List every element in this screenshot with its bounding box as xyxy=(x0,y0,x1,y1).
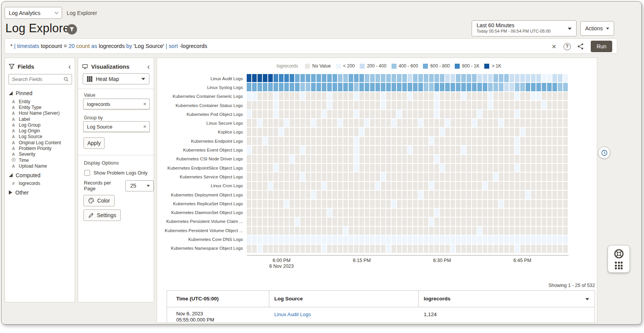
heatmap-cell[interactable] xyxy=(429,83,434,91)
heatmap-cell[interactable] xyxy=(257,209,262,217)
heatmap-cell[interactable] xyxy=(563,83,568,91)
heatmap-cell[interactable] xyxy=(295,236,300,244)
heatmap-cell[interactable] xyxy=(359,182,364,190)
heatmap-cell[interactable] xyxy=(386,164,391,172)
heatmap-cell[interactable] xyxy=(247,119,251,127)
chart-type-select[interactable]: Heat Map xyxy=(83,73,149,84)
heatmap-cell[interactable] xyxy=(263,74,267,82)
heatmap-cell[interactable] xyxy=(483,146,487,154)
heatmap-cell[interactable] xyxy=(252,173,257,181)
heatmap-cell[interactable] xyxy=(467,236,471,244)
heatmap-cell[interactable] xyxy=(343,218,348,226)
heatmap-cell[interactable] xyxy=(547,74,552,82)
heatmap-cell[interactable] xyxy=(402,74,407,82)
heatmap-cell[interactable] xyxy=(311,173,316,181)
heatmap-cell[interactable] xyxy=(542,182,546,190)
heatmap-cell[interactable] xyxy=(375,200,380,208)
heatmap-cell[interactable] xyxy=(284,164,289,172)
heatmap-cell[interactable] xyxy=(284,191,289,199)
heatmap-cell[interactable] xyxy=(504,164,509,172)
heatmap-cell[interactable] xyxy=(247,101,251,109)
heatmap-cell[interactable] xyxy=(295,128,300,136)
heatmap-cell[interactable] xyxy=(392,128,396,136)
heatmap-cell[interactable] xyxy=(365,110,369,118)
heatmap-cell[interactable] xyxy=(359,128,364,136)
heatmap-cell[interactable] xyxy=(354,119,359,127)
heatmap-cell[interactable] xyxy=(558,209,562,217)
heatmap-cell[interactable] xyxy=(558,191,562,199)
heatmap-cell[interactable] xyxy=(429,191,434,199)
heatmap-cell[interactable] xyxy=(333,83,337,91)
heatmap-cell[interactable] xyxy=(563,128,568,136)
heatmap-cell[interactable] xyxy=(542,227,546,235)
heatmap-cell[interactable] xyxy=(274,74,278,82)
heatmap-cell[interactable] xyxy=(424,182,428,190)
heatmap-cell[interactable] xyxy=(504,119,509,127)
heatmap-cell[interactable] xyxy=(504,92,509,100)
heatmap-cell[interactable] xyxy=(563,182,568,190)
heatmap-cell[interactable] xyxy=(322,209,326,217)
heatmap-cell[interactable] xyxy=(510,218,514,226)
heatmap-cell[interactable] xyxy=(284,173,289,181)
heatmap-cell[interactable] xyxy=(526,155,530,163)
heatmap-cell[interactable] xyxy=(504,173,509,181)
heatmap-cell[interactable] xyxy=(451,119,455,127)
heatmap-cell[interactable] xyxy=(408,110,412,118)
heatmap-cell[interactable] xyxy=(311,182,316,190)
heatmap-cell[interactable] xyxy=(515,182,519,190)
heatmap-cell[interactable] xyxy=(547,173,552,181)
heatmap-cell[interactable] xyxy=(520,128,525,136)
heatmap-cell[interactable] xyxy=(290,128,294,136)
heatmap-cell[interactable] xyxy=(316,74,321,82)
heatmap-cell[interactable] xyxy=(563,92,568,100)
heatmap-cell[interactable] xyxy=(300,155,305,163)
heatmap-cell[interactable] xyxy=(381,128,385,136)
heatmap-cell[interactable] xyxy=(434,83,439,91)
heatmap-cell[interactable] xyxy=(365,236,369,244)
heatmap-cell[interactable] xyxy=(386,155,391,163)
heatmap-cell[interactable] xyxy=(279,155,283,163)
heatmap-cell[interactable] xyxy=(343,173,348,181)
heatmap-cell[interactable] xyxy=(504,83,509,91)
heatmap-cell[interactable] xyxy=(451,164,455,172)
heatmap-cell[interactable] xyxy=(397,245,401,253)
heatmap-cell[interactable] xyxy=(467,83,471,91)
heatmap-cell[interactable] xyxy=(563,209,568,217)
heatmap-cell[interactable] xyxy=(461,137,466,145)
heatmap-cell[interactable] xyxy=(322,236,326,244)
heatmap-cell[interactable] xyxy=(483,209,487,217)
heatmap-cell[interactable] xyxy=(397,92,401,100)
heatmap-cell[interactable] xyxy=(434,173,439,181)
heatmap-cell[interactable] xyxy=(408,209,412,217)
heatmap-cell[interactable] xyxy=(451,155,455,163)
heatmap-cell[interactable] xyxy=(558,110,562,118)
heatmap-cell[interactable] xyxy=(290,101,294,109)
heatmap-cell[interactable] xyxy=(552,218,557,226)
heatmap-cell[interactable] xyxy=(552,83,557,91)
heatmap-cell[interactable] xyxy=(343,155,348,163)
heatmap-cell[interactable] xyxy=(472,101,477,109)
heatmap-cell[interactable] xyxy=(552,119,557,127)
heatmap-cell[interactable] xyxy=(247,164,251,172)
heatmap-cell[interactable] xyxy=(311,92,316,100)
heatmap-cell[interactable] xyxy=(306,137,310,145)
heatmap-cell[interactable] xyxy=(536,92,541,100)
heatmap-cell[interactable] xyxy=(274,164,278,172)
heatmap-cell[interactable] xyxy=(488,128,493,136)
heatmap-cell[interactable] xyxy=(413,119,418,127)
heatmap-cell[interactable] xyxy=(322,119,326,127)
heatmap-cell[interactable] xyxy=(402,155,407,163)
heatmap-cell[interactable] xyxy=(467,200,471,208)
heatmap-cell[interactable] xyxy=(333,119,337,127)
heatmap-cell[interactable] xyxy=(311,200,316,208)
heatmap-cell[interactable] xyxy=(359,209,364,217)
heatmap-cell[interactable] xyxy=(499,182,503,190)
group-by-input[interactable] xyxy=(84,122,139,132)
heatmap-cell[interactable] xyxy=(547,146,552,154)
heatmap-cell[interactable] xyxy=(359,191,364,199)
heatmap-cell[interactable] xyxy=(413,83,418,91)
heatmap-cell[interactable] xyxy=(440,83,444,91)
heatmap-cell[interactable] xyxy=(467,209,471,217)
clear-value-icon[interactable]: × xyxy=(143,101,146,107)
heatmap-cell[interactable] xyxy=(306,182,310,190)
